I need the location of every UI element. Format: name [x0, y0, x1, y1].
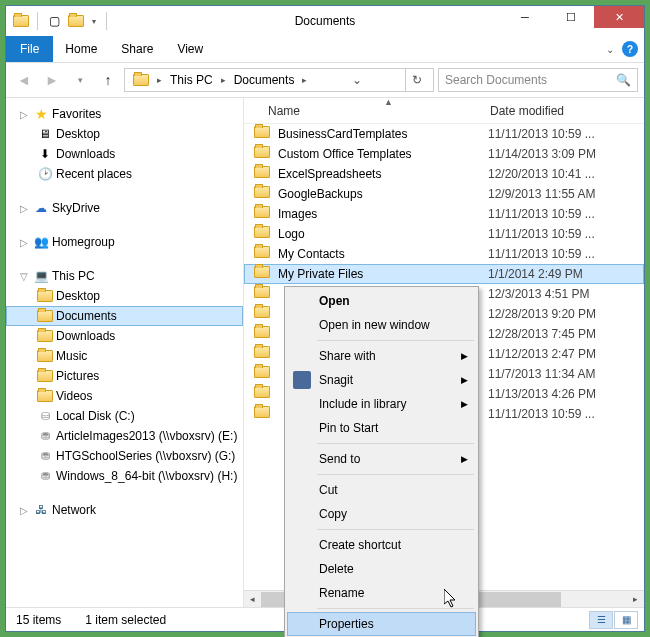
nav-network[interactable]: ▷🖧Network [6, 500, 243, 520]
chevron-right-icon[interactable]: ▸ [219, 75, 228, 85]
nav-desktop[interactable]: 🖥Desktop [6, 124, 243, 144]
folder-icon [254, 206, 272, 222]
nav-recent[interactable]: 🕑Recent places [6, 164, 243, 184]
menu-item-open[interactable]: Open [287, 289, 476, 313]
qat-properties-icon[interactable]: ▢ [45, 12, 63, 30]
file-row[interactable]: My Contacts11/11/2013 10:59 ... [244, 244, 644, 264]
search-input[interactable] [445, 73, 616, 87]
nav-downloads[interactable]: ⬇Downloads [6, 144, 243, 164]
downloads-icon: ⬇ [36, 146, 54, 162]
back-button[interactable]: ◄ [12, 68, 36, 92]
crumb-thispc[interactable]: This PC [166, 69, 217, 91]
tab-home[interactable]: Home [53, 36, 109, 62]
minimize-button[interactable]: ─ [502, 6, 548, 28]
menu-item-send-to[interactable]: Send to▶ [287, 447, 476, 471]
nav-skydrive[interactable]: ▷☁SkyDrive [6, 198, 243, 218]
nav-pc-pictures[interactable]: Pictures [6, 366, 243, 386]
menu-separator [317, 340, 474, 341]
crumb-documents[interactable]: Documents [230, 69, 299, 91]
maximize-button[interactable]: ☐ [548, 6, 594, 28]
scroll-right-icon[interactable]: ▸ [627, 591, 644, 608]
folder-icon [254, 406, 272, 422]
close-button[interactable]: ✕ [594, 6, 644, 28]
nav-pc-netdrive-h[interactable]: ⛃Windows_8_64-bit (\\vboxsrv) (H:) [6, 466, 243, 486]
file-date: 11/12/2013 2:47 PM [488, 347, 596, 361]
navigation-pane[interactable]: ▷★Favorites 🖥Desktop ⬇Downloads 🕑Recent … [6, 98, 244, 607]
search-box[interactable]: 🔍 [438, 68, 638, 92]
nav-pc-music[interactable]: Music [6, 346, 243, 366]
menu-item-pin-to-start[interactable]: Pin to Start [287, 416, 476, 440]
file-date: 11/7/2013 11:34 AM [488, 367, 595, 381]
help-icon[interactable]: ? [622, 41, 638, 57]
details-view-button[interactable]: ☰ [589, 611, 613, 629]
file-menu[interactable]: File [6, 36, 53, 62]
network-icon: 🖧 [32, 502, 50, 518]
file-date: 11/11/2013 10:59 ... [488, 207, 595, 221]
column-date[interactable]: Date modified [490, 104, 564, 118]
file-name: GoogleBackups [278, 187, 488, 201]
folder-icon [254, 186, 272, 202]
menu-item-snagit[interactable]: Snagit▶ [287, 368, 476, 392]
submenu-arrow-icon: ▶ [461, 454, 468, 464]
folder-icon [254, 346, 272, 362]
file-row[interactable]: ExcelSpreadsheets12/20/2013 10:41 ... [244, 164, 644, 184]
app-icon [12, 12, 30, 30]
menu-item-create-shortcut[interactable]: Create shortcut [287, 533, 476, 557]
forward-button[interactable]: ► [40, 68, 64, 92]
nav-pc-netdrive-e[interactable]: ⛃ArticleImages2013 (\\vboxsrv) (E:) [6, 426, 243, 446]
nav-pc-videos[interactable]: Videos [6, 386, 243, 406]
nav-pc-desktop[interactable]: Desktop [6, 286, 243, 306]
column-name[interactable]: Name [268, 104, 490, 118]
recent-icon: 🕑 [36, 166, 54, 182]
file-row[interactable]: BusinessCardTemplates11/11/2013 10:59 ..… [244, 124, 644, 144]
nav-favorites[interactable]: ▷★Favorites [6, 104, 243, 124]
menu-item-properties[interactable]: Properties [287, 612, 476, 636]
file-row[interactable]: Images11/11/2013 10:59 ... [244, 204, 644, 224]
folder-icon [36, 348, 54, 364]
qat-newfolder-icon[interactable] [67, 12, 85, 30]
icons-view-button[interactable]: ▦ [614, 611, 638, 629]
file-row[interactable]: Logo11/11/2013 10:59 ... [244, 224, 644, 244]
file-date: 12/20/2013 10:41 ... [488, 167, 595, 181]
nav-homegroup[interactable]: ▷👥Homegroup [6, 232, 243, 252]
menu-item-rename[interactable]: Rename [287, 581, 476, 605]
menu-item-share-with[interactable]: Share with▶ [287, 344, 476, 368]
nav-pc-documents[interactable]: Documents [6, 306, 243, 326]
address-bar: ◄ ► ▾ ↑ ▸ This PC ▸ Documents ▸ ⌄ ↻ 🔍 [6, 63, 644, 97]
nav-thispc[interactable]: ▽💻This PC [6, 266, 243, 286]
menu-item-cut[interactable]: Cut [287, 478, 476, 502]
tab-view[interactable]: View [165, 36, 215, 62]
refresh-icon[interactable]: ↻ [405, 69, 429, 91]
menu-item-open-in-new-window[interactable]: Open in new window [287, 313, 476, 337]
qat-customize-icon[interactable]: ▾ [89, 17, 99, 26]
menu-item-copy[interactable]: Copy [287, 502, 476, 526]
breadcrumb[interactable]: ▸ This PC ▸ Documents ▸ ⌄ ↻ [124, 68, 434, 92]
menu-item-delete[interactable]: Delete [287, 557, 476, 581]
tab-share[interactable]: Share [109, 36, 165, 62]
column-headers: ▲ Name Date modified [244, 98, 644, 124]
chevron-right-icon[interactable]: ▸ [155, 75, 164, 85]
file-date: 12/28/2013 7:45 PM [488, 327, 596, 341]
file-row[interactable]: Custom Office Templates11/14/2013 3:09 P… [244, 144, 644, 164]
file-name: Logo [278, 227, 488, 241]
scroll-left-icon[interactable]: ◂ [244, 591, 261, 608]
context-menu: OpenOpen in new windowShare with▶Snagit▶… [284, 286, 479, 637]
menu-item-include-in-library[interactable]: Include in library▶ [287, 392, 476, 416]
folder-icon [254, 286, 272, 302]
nav-pc-netdrive-g[interactable]: ⛃HTGSchoolSeries (\\vboxsrv) (G:) [6, 446, 243, 466]
chevron-right-icon[interactable]: ▸ [300, 75, 309, 85]
status-selected-count: 1 item selected [85, 613, 166, 627]
up-button[interactable]: ↑ [96, 68, 120, 92]
file-date: 11/11/2013 10:59 ... [488, 127, 595, 141]
file-row[interactable]: GoogleBackups12/9/2013 11:55 AM [244, 184, 644, 204]
network-drive-icon: ⛃ [36, 428, 54, 444]
file-date: 12/28/2013 9:20 PM [488, 307, 596, 321]
submenu-arrow-icon: ▶ [461, 375, 468, 385]
recent-locations-icon[interactable]: ▾ [68, 68, 92, 92]
nav-pc-downloads[interactable]: Downloads [6, 326, 243, 346]
expand-ribbon-icon[interactable]: ⌄ [606, 44, 614, 55]
nav-pc-localdisk[interactable]: ⛁Local Disk (C:) [6, 406, 243, 426]
addr-dropdown-icon[interactable]: ⌄ [345, 69, 369, 91]
file-row[interactable]: My Private Files1/1/2014 2:49 PM [244, 264, 644, 284]
file-name: Images [278, 207, 488, 221]
